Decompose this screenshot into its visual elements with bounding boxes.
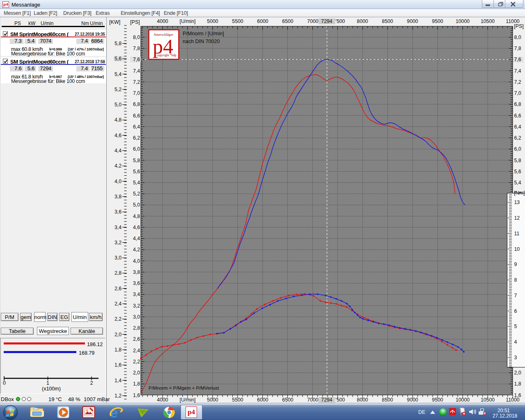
svg-text:4,6: 4,6: [133, 225, 140, 230]
svg-text:7000: 7000: [307, 397, 319, 403]
svg-text:2,4: 2,4: [115, 301, 122, 307]
svg-text:2,0: 2,0: [514, 370, 521, 376]
svg-text:1,8: 1,8: [514, 381, 521, 387]
svg-text:2,4: 2,4: [133, 348, 140, 353]
svg-text:7,8: 7,8: [133, 46, 140, 51]
svg-text:8500: 8500: [382, 18, 393, 24]
svg-text:8,0: 8,0: [514, 34, 521, 40]
svg-text:1,8: 1,8: [133, 381, 140, 387]
svg-text:4,0: 4,0: [115, 179, 122, 184]
svg-text:7,6: 7,6: [133, 57, 140, 62]
svg-text:5,2: 5,2: [133, 191, 140, 197]
svg-text:8,0: 8,0: [133, 34, 140, 40]
svg-text:11: 11: [514, 231, 520, 236]
svg-text:'500: '500: [336, 18, 345, 24]
svg-text:6,6: 6,6: [133, 113, 140, 119]
svg-text:9000: 9000: [407, 18, 418, 24]
svg-text:5,6: 5,6: [514, 169, 521, 174]
svg-text:'500: '500: [336, 397, 345, 403]
svg-text:P/Mnorm / [U/min]: P/Mnorm / [U/min]: [183, 31, 224, 37]
svg-text:6,4: 6,4: [133, 124, 140, 130]
svg-text:5,8: 5,8: [115, 41, 122, 46]
svg-text:[KW]: [KW]: [109, 19, 120, 25]
svg-text:6,2: 6,2: [514, 135, 521, 141]
svg-text:7000: 7000: [307, 18, 319, 24]
svg-text:2,6: 2,6: [115, 286, 122, 291]
svg-text:5000: 5000: [207, 18, 218, 24]
svg-text:8000: 8000: [357, 18, 368, 24]
svg-text:6,8: 6,8: [514, 101, 521, 107]
svg-text:1,6: 1,6: [514, 392, 521, 398]
svg-text:7,8: 7,8: [514, 46, 521, 51]
svg-text:3,0: 3,0: [115, 255, 122, 261]
svg-text:2,0: 2,0: [133, 370, 140, 376]
svg-text:3,6: 3,6: [115, 209, 122, 215]
svg-text:3,4: 3,4: [133, 291, 140, 297]
svg-text:2,8: 2,8: [133, 325, 140, 331]
svg-text:6,0: 6,0: [133, 146, 140, 152]
svg-text:4,8: 4,8: [115, 117, 122, 123]
svg-text:3,2: 3,2: [115, 240, 122, 246]
svg-text:5000: 5000: [207, 397, 218, 403]
svg-text:5,4: 5,4: [133, 180, 140, 186]
svg-text:6000: 6000: [257, 18, 268, 24]
svg-text:10000: 10000: [456, 397, 470, 403]
svg-text:7,6: 7,6: [514, 57, 521, 62]
svg-text:5,4: 5,4: [514, 180, 521, 186]
svg-text:4,0: 4,0: [133, 258, 140, 264]
svg-text:6: 6: [514, 308, 517, 314]
svg-text:13: 13: [514, 200, 520, 205]
svg-text:2,2: 2,2: [115, 316, 122, 322]
svg-text:1,8: 1,8: [115, 347, 122, 353]
svg-text:5,2: 5,2: [115, 87, 122, 92]
svg-text:6,4: 6,4: [514, 124, 521, 130]
svg-text:10500: 10500: [481, 397, 495, 403]
svg-text:7,0: 7,0: [133, 90, 140, 96]
svg-text:6,6: 6,6: [514, 113, 521, 119]
svg-text:1,2: 1,2: [115, 393, 122, 399]
svg-text:2,8: 2,8: [115, 270, 122, 276]
svg-text:nach DIN 70020: nach DIN 70020: [183, 39, 220, 44]
svg-text:8000: 8000: [357, 397, 368, 403]
svg-text:1,4: 1,4: [115, 378, 122, 383]
svg-text:7294: 7294: [321, 18, 332, 24]
svg-text:3,6: 3,6: [133, 280, 140, 286]
svg-text:[PS]: [PS]: [130, 19, 140, 25]
svg-text:5,6: 5,6: [133, 169, 140, 174]
svg-text:7,4: 7,4: [133, 68, 140, 74]
svg-text:7294: 7294: [321, 397, 332, 403]
svg-text:4,4: 4,4: [133, 236, 140, 241]
svg-text:P/Mnorm = P/Mgem + P/MVerlust: P/Mnorm = P/Mgem + P/MVerlust: [149, 386, 219, 390]
svg-text:3: 3: [514, 355, 517, 360]
svg-text:9500: 9500: [432, 18, 443, 24]
svg-text:4: 4: [514, 339, 517, 345]
svg-text:4000: 4000: [157, 397, 168, 403]
svg-text:6,0: 6,0: [514, 146, 521, 152]
svg-text:5500: 5500: [232, 397, 243, 403]
svg-text:8500: 8500: [382, 397, 393, 403]
svg-text:7,0: 7,0: [514, 90, 521, 96]
svg-text:5,8: 5,8: [514, 158, 521, 163]
svg-text:4,6: 4,6: [115, 133, 122, 138]
svg-text:[PS]: [PS]: [514, 23, 524, 29]
svg-text:1,6: 1,6: [133, 392, 140, 398]
svg-text:5,4: 5,4: [115, 71, 122, 77]
svg-text:5,0: 5,0: [115, 102, 122, 108]
svg-text:3,8: 3,8: [115, 194, 122, 200]
svg-text:[Nm]: [Nm]: [514, 190, 525, 196]
svg-text:10: 10: [514, 246, 520, 252]
svg-text:3,8: 3,8: [133, 269, 140, 275]
svg-text:3,2: 3,2: [133, 303, 140, 309]
svg-text:4,2: 4,2: [133, 247, 140, 252]
svg-text:8: 8: [514, 277, 517, 283]
svg-text:7,2: 7,2: [514, 79, 521, 85]
svg-text:[U/min]: [U/min]: [180, 397, 196, 403]
svg-text:12: 12: [514, 215, 520, 221]
svg-text:4,2: 4,2: [115, 163, 122, 169]
svg-text:4,8: 4,8: [133, 213, 140, 219]
svg-text:10500: 10500: [481, 18, 495, 24]
svg-text:7,2: 7,2: [133, 79, 140, 85]
svg-text:6500: 6500: [282, 18, 293, 24]
svg-text:5,0: 5,0: [133, 202, 140, 208]
svg-text:4,4: 4,4: [115, 148, 122, 154]
